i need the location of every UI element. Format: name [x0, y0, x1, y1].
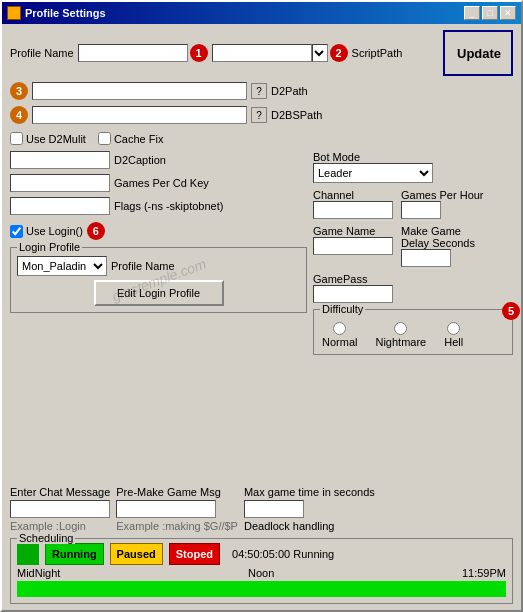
gph-input[interactable]: 19: [401, 201, 441, 219]
cache-fix-checkbox[interactable]: [98, 132, 111, 145]
bot-mode-label: Bot Mode: [313, 151, 513, 163]
maxtime-input[interactable]: 600: [244, 500, 304, 518]
premake-section: Pre-Make Game Msg je cré $G //$P Example…: [116, 486, 238, 532]
deadlock-label: Deadlock handling: [244, 520, 375, 532]
stoped-button[interactable]: Stoped: [169, 543, 220, 565]
login-profile-group: Login Profile Mon_Paladin Profile Name g…: [10, 247, 307, 313]
badge-5: 5: [502, 302, 520, 320]
d2bspath-input[interactable]: poster\TuTo D2BS\OOGwith1.3\OOG with 1.3: [32, 106, 247, 124]
delay-seconds-label: Delay Seconds: [401, 237, 475, 249]
main-panels: D2Caption Games Per Cd Key -ns -skiptobn…: [10, 151, 513, 482]
d2path-question-button[interactable]: ?: [251, 83, 267, 99]
use-login-row: Use Login() 6: [10, 222, 307, 240]
d2bspath-row: 4 poster\TuTo D2BS\OOGwith1.3\OOG with 1…: [10, 106, 513, 124]
flags-row: -ns -skiptobnet Flags (-ns -skiptobnet): [10, 197, 307, 215]
d2caption-input[interactable]: [10, 151, 110, 169]
chat-section: Enter Chat Message Coucou le chat Exampl…: [10, 486, 110, 532]
maximize-button[interactable]: □: [482, 6, 498, 20]
use-login-checkbox[interactable]: [10, 225, 23, 238]
badge-4: 4: [10, 106, 28, 124]
window-title: Profile Settings: [25, 7, 106, 19]
difficulty-group: Difficulty 5 Normal Nightmare: [313, 309, 513, 355]
minimize-button[interactable]: _: [464, 6, 480, 20]
right-panel: Bot Mode Leader Channel GMSTemple Games …: [313, 151, 513, 482]
titlebar-buttons: _ □ ✕: [464, 6, 516, 20]
maxtime-section: Max game time in seconds 600 Deadlock ha…: [244, 486, 375, 532]
nightmare-label: Nightmare: [375, 336, 426, 348]
games-cdkey-label: Games Per Cd Key: [114, 177, 209, 189]
premake-label: Pre-Make Game Msg: [116, 486, 238, 498]
flags-input[interactable]: -ns -skiptobnet: [10, 197, 110, 215]
profile-name-input[interactable]: Mon-Profil-Bot: [78, 44, 188, 62]
login-profile-row: Mon_Paladin Profile Name: [17, 256, 300, 276]
titlebar-left: Profile Settings: [7, 6, 106, 20]
channel-gph-row: Channel GMSTemple Games Per Hour 19: [313, 189, 513, 219]
chat-input[interactable]: Coucou le chat: [10, 500, 110, 518]
profile-name-label: Profile Name: [10, 47, 74, 59]
nightmare-radio[interactable]: [394, 322, 407, 335]
main-content: Profile Name Mon-Profil-Bot 1 scripts-nt…: [2, 24, 521, 610]
bottom-fields: Enter Chat Message Coucou le chat Exampl…: [10, 486, 513, 532]
script-input[interactable]: scripts-ntbot: [212, 44, 312, 62]
bot-mode-select[interactable]: Leader: [313, 163, 433, 183]
channel-group: Channel GMSTemple: [313, 189, 393, 219]
makegame-label: Make Game: [401, 225, 475, 237]
channel-label: Channel: [313, 189, 393, 201]
badge-3: 3: [10, 82, 28, 100]
bot-mode-row: Bot Mode Leader: [313, 151, 513, 183]
use-login-label[interactable]: Use Login(): [10, 225, 83, 238]
premake-input[interactable]: je cré $G //$P: [116, 500, 216, 518]
nightmare-option: Nightmare: [375, 322, 426, 348]
noon-label: Noon: [248, 567, 274, 579]
premake-example: Example :making $G//$P: [116, 520, 238, 532]
gamename-group: Game Name GMSrun-: [313, 225, 393, 267]
schedule-time: 04:50:05:00 Running: [232, 548, 334, 560]
maxtime-label: Max game time in seconds: [244, 486, 375, 498]
d2path-row: 3 C:\Program Files\Diablo II ? D2Path: [10, 82, 513, 100]
update-button[interactable]: Update: [443, 30, 513, 76]
d2bspath-question-button[interactable]: ?: [251, 107, 267, 123]
channel-input[interactable]: GMSTemple: [313, 201, 393, 219]
scheduling-label: Scheduling: [17, 532, 75, 544]
cache-fix-label[interactable]: Cache Fix: [98, 132, 164, 145]
hell-radio[interactable]: [447, 322, 460, 335]
gph-label: Games Per Hour: [401, 189, 484, 201]
hell-option: Hell: [444, 322, 463, 348]
script-select[interactable]: ▼: [312, 44, 328, 62]
normal-radio[interactable]: [333, 322, 346, 335]
d2caption-label: D2Caption: [114, 154, 166, 166]
gamepass-label: GamePass: [313, 273, 513, 285]
normal-label: Normal: [322, 336, 357, 348]
login-profile-group-label: Login Profile: [17, 241, 82, 253]
edit-login-profile-button[interactable]: Edit Login Profile: [94, 280, 224, 306]
d2bspath-label: D2BSPath: [271, 109, 322, 121]
badge-1: 1: [190, 44, 208, 62]
gph-group: Games Per Hour 19: [401, 189, 484, 219]
gamename-input[interactable]: GMSrun-: [313, 237, 393, 255]
enter-chat-label: Enter Chat Message: [10, 486, 110, 498]
badge-6: 6: [87, 222, 105, 240]
difficulty-radio-row: Normal Nightmare Hell: [322, 322, 504, 348]
use-d2mulit-label[interactable]: Use D2Mulit: [10, 132, 86, 145]
d2path-input[interactable]: C:\Program Files\Diablo II: [32, 82, 247, 100]
gamepass-row: GamePass GMS: [313, 273, 513, 303]
flags-label: Flags (-ns -skiptobnet): [114, 200, 223, 212]
delay-seconds-input[interactable]: [401, 249, 451, 267]
scheduling-buttons-row: Running Paused Stoped 04:50:05:00 Runnin…: [17, 543, 506, 565]
gamepass-input[interactable]: GMS: [313, 285, 393, 303]
end-time-label: 11:59PM: [462, 567, 506, 579]
schedule-bar: [17, 581, 506, 597]
scriptpath-label: ScriptPath: [352, 47, 403, 59]
games-cdkey-row: Games Per Cd Key: [10, 174, 307, 192]
login-profile-select[interactable]: Mon_Paladin: [17, 256, 107, 276]
running-button[interactable]: Running: [45, 543, 104, 565]
sched-green-indicator: [17, 543, 39, 565]
use-d2mulit-checkbox[interactable]: [10, 132, 23, 145]
normal-option: Normal: [322, 322, 357, 348]
profile-name-section: Profile Name Mon-Profil-Bot 1 scripts-nt…: [10, 30, 513, 76]
hell-label: Hell: [444, 336, 463, 348]
paused-button[interactable]: Paused: [110, 543, 163, 565]
window-icon: [7, 6, 21, 20]
close-button[interactable]: ✕: [500, 6, 516, 20]
games-cdkey-input[interactable]: [10, 174, 110, 192]
